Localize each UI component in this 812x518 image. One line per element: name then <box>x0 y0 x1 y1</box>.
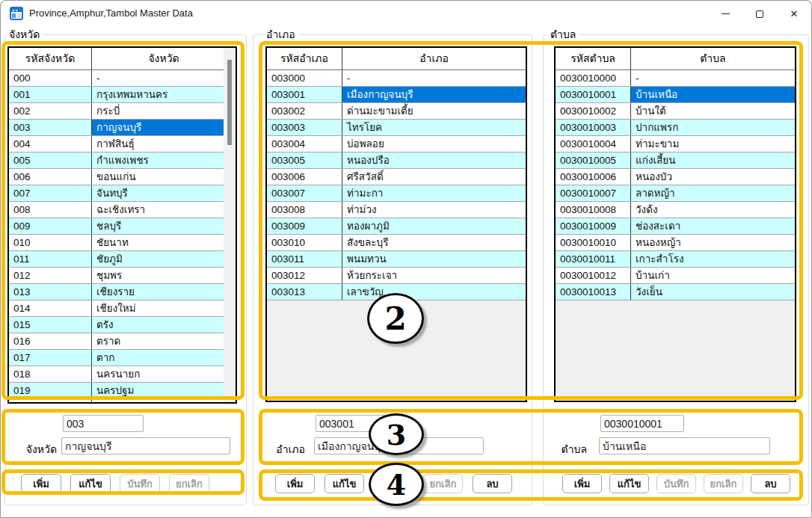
tambol-table-row[interactable]: 0030010009ช่องสะเดา <box>556 218 795 235</box>
name-cell[interactable]: ปากแพรก <box>630 120 795 135</box>
name-cell[interactable]: บ้านเหนือ <box>630 87 795 102</box>
province-table-row[interactable]: 017ตาก <box>9 350 236 366</box>
amphur-table-row[interactable]: 003013เลาขวัญ <box>267 284 526 300</box>
province-table-row[interactable]: 011ชัยภูมิ <box>9 251 236 268</box>
code-cell[interactable]: 003 <box>9 120 91 135</box>
code-cell[interactable]: 003005 <box>267 152 342 168</box>
code-cell[interactable]: 013 <box>9 284 91 300</box>
name-cell[interactable]: ช่องสะเดา <box>630 218 795 234</box>
name-cell[interactable]: ท่ามะขาม <box>630 136 795 152</box>
amphur-name-input[interactable] <box>314 437 484 454</box>
tambol-name-input[interactable] <box>599 437 770 454</box>
tambol-table-row[interactable]: 0030010011เกาะสำโรง <box>556 251 795 268</box>
code-cell[interactable]: 005 <box>9 152 91 168</box>
name-cell[interactable]: เมืองกาญจนบุรี <box>342 87 526 102</box>
name-cell[interactable]: เกาะสำโรง <box>630 251 795 267</box>
code-cell[interactable]: 002 <box>9 103 91 119</box>
code-cell[interactable]: 007 <box>9 185 91 201</box>
code-cell[interactable]: 003009 <box>267 218 342 234</box>
amphur-button-ยกเลิก[interactable]: ยกเลิก <box>423 474 463 493</box>
code-cell[interactable]: 000 <box>9 70 91 86</box>
name-cell[interactable]: บ้านใต้ <box>630 103 795 119</box>
code-cell[interactable]: 003011 <box>267 251 342 267</box>
province-button-ยกเลิก[interactable]: ยกเลิก <box>169 474 209 493</box>
name-cell[interactable]: กาญจนบุรี <box>91 120 236 135</box>
name-cell[interactable]: แก่งเสี้ยน <box>630 152 795 168</box>
province-button-เพิ่ม[interactable]: เพิ่ม <box>21 474 61 493</box>
code-cell[interactable]: 003002 <box>267 103 342 119</box>
code-cell[interactable]: 003000 <box>267 70 342 86</box>
tambol-button-บันทึก[interactable]: บันทึก <box>656 474 696 493</box>
code-cell[interactable]: 003013 <box>267 284 342 300</box>
code-cell[interactable]: 009 <box>9 218 91 234</box>
name-cell[interactable]: - <box>342 70 526 86</box>
name-cell[interactable]: วังด้ง <box>630 202 795 218</box>
province-table-row[interactable]: 004กาฬสินธุ์ <box>9 136 236 152</box>
tambol-table-row[interactable]: 0030010005แก่งเสี้ยน <box>556 152 795 169</box>
amphur-table-row[interactable]: 003006ศรีสวัสดิ์ <box>267 169 526 185</box>
code-cell[interactable]: 019 <box>9 383 91 398</box>
code-cell[interactable]: 017 <box>9 350 91 366</box>
code-cell[interactable]: 018 <box>9 366 91 382</box>
province-name-input[interactable] <box>61 437 230 454</box>
tambol-table-row[interactable]: 0030010006หนองบัว <box>556 169 795 185</box>
name-cell[interactable]: กระบี่ <box>91 103 236 119</box>
tambol-button-ลบ[interactable]: ลบ <box>751 474 790 493</box>
name-cell[interactable]: ห้วยกระเจา <box>342 268 526 283</box>
province-table-row[interactable]: 019นครปฐม <box>9 383 236 399</box>
name-cell[interactable]: เลาขวัญ <box>342 284 526 300</box>
name-cell[interactable]: ศรีสวัสดิ์ <box>342 169 526 185</box>
tambol-button-ยกเลิก[interactable]: ยกเลิก <box>704 474 743 493</box>
code-cell[interactable]: 020 <box>9 399 91 402</box>
name-cell[interactable]: ด่านมะขามเตี้ย <box>342 103 526 119</box>
name-cell[interactable]: สังขละบุรี <box>342 235 526 250</box>
province-table-row[interactable]: 000- <box>9 70 236 87</box>
name-cell[interactable]: ชัยภูมิ <box>91 251 236 267</box>
province-table-row[interactable]: 006ขอนแก่น <box>9 169 236 185</box>
name-cell[interactable]: ขอนแก่น <box>91 169 236 185</box>
code-cell[interactable]: 016 <box>9 333 91 349</box>
province-button-แก้ไข[interactable]: แก้ไข <box>70 474 111 493</box>
code-cell[interactable]: 003008 <box>267 202 342 218</box>
code-cell[interactable]: 004 <box>9 136 91 152</box>
amphur-table-row[interactable]: 003008ท่าม่วง <box>267 202 526 218</box>
tambol-table-row[interactable]: 0030010000- <box>556 70 795 87</box>
amphur-table-row[interactable]: 003003ไทรโยค <box>267 120 526 136</box>
tambol-table-row[interactable]: 0030010002บ้านใต้ <box>556 103 795 120</box>
amphur-button-ลบ[interactable]: ลบ <box>473 474 512 493</box>
tambol-table[interactable]: รหัสตำบล ตำบล 0030010000-0030010001บ้านเ… <box>554 46 796 402</box>
code-cell[interactable]: 010 <box>9 235 91 250</box>
code-cell[interactable]: 003004 <box>267 136 342 152</box>
province-table[interactable]: รหัสจังหวัด จังหวัด 000-001กรุงเทพมหานคร… <box>7 46 237 404</box>
code-cell[interactable]: 0030010000 <box>556 70 630 86</box>
name-cell[interactable]: หนองปรือ <box>342 152 526 168</box>
province-table-row[interactable]: 002กระบี่ <box>9 103 236 120</box>
name-cell[interactable]: ทองผาภูมิ <box>342 218 526 234</box>
code-cell[interactable]: 0030010005 <box>556 152 630 168</box>
code-cell[interactable]: 0030010004 <box>556 136 630 152</box>
amphur-code-input[interactable] <box>316 415 398 432</box>
amphur-table-row[interactable]: 003001เมืองกาญจนบุรี <box>267 87 526 103</box>
tambol-table-row[interactable]: 0030010012บ้านเก่า <box>556 268 795 284</box>
code-cell[interactable]: 014 <box>9 300 91 316</box>
amphur-table-row[interactable]: 003005หนองปรือ <box>267 152 526 169</box>
maximize-button[interactable] <box>742 1 777 27</box>
code-cell[interactable]: 0030010008 <box>556 202 630 218</box>
name-cell[interactable]: ฉะเชิงเทรา <box>91 202 236 218</box>
amphur-table[interactable]: รหัสอำเภอ อำเภอ 003000-003001เมืองกาญจนบ… <box>265 46 527 402</box>
province-code-input[interactable] <box>63 415 144 432</box>
code-cell[interactable]: 012 <box>9 268 91 283</box>
code-cell[interactable]: 008 <box>9 202 91 218</box>
name-cell[interactable]: พนมทวน <box>342 251 526 267</box>
code-cell[interactable]: 001 <box>9 87 91 102</box>
tambol-code-input[interactable] <box>600 415 684 432</box>
name-cell[interactable]: วังเย็น <box>630 284 795 300</box>
name-cell[interactable]: จันทบุรี <box>91 185 236 201</box>
code-cell[interactable]: 0030010001 <box>556 87 630 102</box>
amphur-button-แก้ไข[interactable]: แก้ไข <box>325 474 364 493</box>
name-cell[interactable]: นครนายก <box>91 366 236 382</box>
tambol-table-row[interactable]: 0030010001บ้านเหนือ <box>556 87 795 103</box>
tambol-table-row[interactable]: 0030010010หนองหญ้า <box>556 235 795 251</box>
code-cell[interactable]: 0030010003 <box>556 120 630 135</box>
name-cell[interactable]: หนองบัว <box>630 169 795 185</box>
